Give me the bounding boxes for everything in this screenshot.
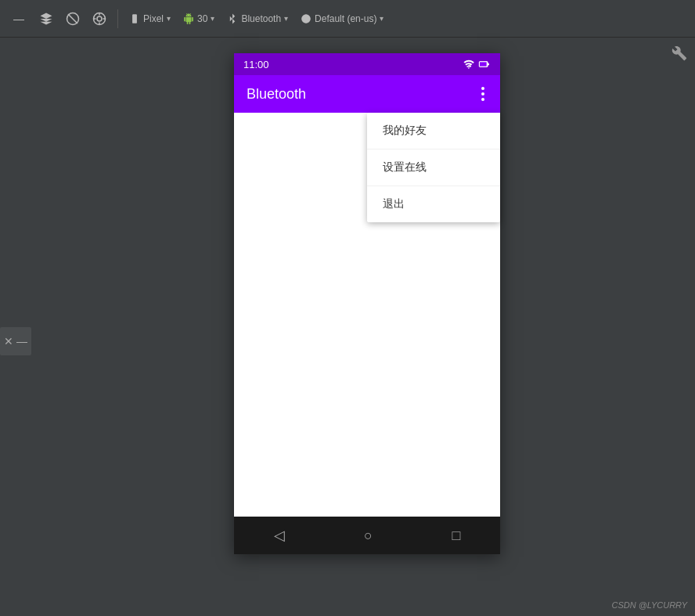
home-button[interactable]: ○ xyxy=(348,521,388,550)
no-signal-icon xyxy=(66,12,80,26)
svg-rect-13 xyxy=(480,62,487,66)
api-chevron: ▾ xyxy=(211,14,214,23)
wifi-icon xyxy=(463,58,475,70)
svg-point-3 xyxy=(97,16,102,21)
nav-bar: ◁ ○ □ xyxy=(234,517,500,554)
app-content: 我的好友 设置在线 退出 xyxy=(234,113,500,517)
target-btn[interactable] xyxy=(88,6,111,31)
bluetooth-chevron: ▾ xyxy=(284,14,288,23)
ide-toolbar: — Pixel ▾ 30 ▾ xyxy=(0,0,695,38)
phone-frame: 11:00 Bluetooth xyxy=(234,53,500,554)
locale-chevron: ▾ xyxy=(380,14,384,23)
locale-label: Default (en-us) xyxy=(315,13,376,24)
side-minus-icon: ✕ xyxy=(4,335,13,348)
svg-line-1 xyxy=(68,14,77,23)
center-content: 11:00 Bluetooth xyxy=(39,38,695,616)
bluetooth-icon xyxy=(227,13,238,24)
status-icons xyxy=(463,58,491,70)
side-block: ✕ — xyxy=(0,327,31,355)
exit-item[interactable]: 退出 xyxy=(367,186,500,222)
layers-btn[interactable] xyxy=(34,6,58,31)
locale-dropdown[interactable]: Default (en-us) ▾ xyxy=(296,6,388,31)
target-icon xyxy=(92,12,106,26)
battery-icon xyxy=(478,58,491,70)
more-vert-button[interactable] xyxy=(478,84,488,104)
my-friends-item[interactable]: 我的好友 xyxy=(367,113,500,149)
dot2 xyxy=(481,92,484,95)
watermark: CSDN @LYCURRY xyxy=(611,600,687,610)
bluetooth-dropdown[interactable]: Bluetooth ▾ xyxy=(222,6,293,31)
phone-icon xyxy=(129,13,140,24)
divider-1 xyxy=(117,9,118,28)
bluetooth-label: Bluetooth xyxy=(241,13,281,24)
no-signal-btn[interactable] xyxy=(61,6,85,31)
dot3 xyxy=(481,98,484,101)
layers-icon xyxy=(39,12,53,26)
app-bar-title: Bluetooth xyxy=(247,86,306,103)
back-button[interactable]: ◁ xyxy=(258,521,301,550)
api-dropdown[interactable]: 30 ▾ xyxy=(178,6,219,31)
set-online-item[interactable]: 设置在线 xyxy=(367,149,500,186)
left-panel: ✕ — xyxy=(0,38,39,616)
minus-icon: — xyxy=(11,11,27,27)
locale-icon xyxy=(301,13,311,24)
pixel-dropdown[interactable]: Pixel ▾ xyxy=(124,6,175,31)
minimize-btn[interactable]: — xyxy=(6,6,31,31)
wrench-icon xyxy=(672,45,687,65)
recents-button[interactable]: □ xyxy=(436,521,476,550)
android-icon xyxy=(183,13,194,24)
dot1 xyxy=(481,87,484,90)
pixel-label: Pixel xyxy=(143,13,164,24)
api-label: 30 xyxy=(197,13,207,24)
app-bar: Bluetooth xyxy=(234,75,500,113)
main-area: ✕ — 11:00 xyxy=(0,38,695,616)
dropdown-menu: 我的好友 设置在线 退出 xyxy=(367,113,500,222)
status-bar: 11:00 xyxy=(234,53,500,75)
pixel-chevron: ▾ xyxy=(167,14,171,23)
side-icon2: — xyxy=(16,335,27,348)
status-time: 11:00 xyxy=(243,59,269,70)
